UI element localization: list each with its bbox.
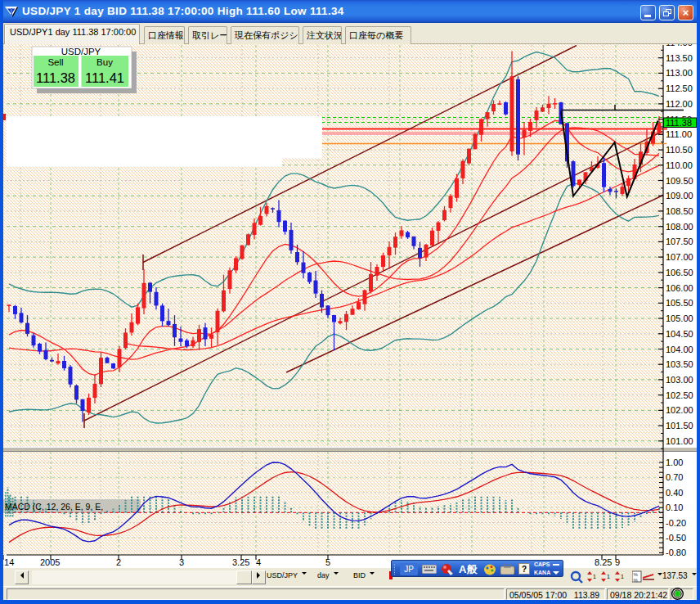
svg-text:111.38: 111.38 [666, 118, 692, 128]
svg-text:104.50: 104.50 [666, 329, 693, 339]
svg-text:5: 5 [325, 557, 330, 567]
svg-text:107.00: 107.00 [666, 252, 693, 262]
svg-text:Sell: Sell [47, 57, 63, 67]
svg-text:0.40: 0.40 [666, 488, 683, 498]
svg-text:9: 9 [615, 557, 620, 567]
svg-text:0.70: 0.70 [666, 472, 683, 482]
svg-text:111.38: 111.38 [36, 70, 75, 85]
svg-text:3: 3 [179, 557, 184, 567]
svg-text:106.00: 106.00 [666, 283, 693, 293]
svg-text:1: 1 [593, 574, 596, 579]
svg-text:1: 1 [621, 574, 624, 579]
svg-text:%: % [634, 572, 639, 577]
svg-text:102.00: 102.00 [666, 405, 693, 415]
svg-text:USD/JPY: USD/JPY [61, 47, 101, 56]
svg-text:106.50: 106.50 [666, 268, 693, 277]
svg-text:1.00: 1.00 [666, 458, 683, 467]
svg-text:-0.80: -0.80 [666, 548, 686, 557]
svg-text:2: 2 [116, 557, 121, 567]
svg-text:107.50: 107.50 [666, 237, 693, 246]
svg-text:113.50: 113.50 [666, 53, 693, 63]
svg-text:112.50: 112.50 [666, 83, 693, 93]
svg-text:101.00: 101.00 [666, 436, 693, 446]
svg-text:4: 4 [256, 557, 261, 567]
svg-text:111.41: 111.41 [85, 70, 124, 85]
svg-text:102.50: 102.50 [666, 390, 693, 400]
svg-text:111.00: 111.00 [666, 129, 692, 139]
svg-text:105.50: 105.50 [666, 298, 693, 308]
svg-text:8.25: 8.25 [595, 557, 612, 567]
svg-text:3.25: 3.25 [232, 557, 249, 567]
svg-text:%: % [634, 578, 639, 583]
svg-text:108.50: 108.50 [666, 206, 693, 216]
svg-text:112.00: 112.00 [666, 99, 693, 109]
svg-text:-0.50: -0.50 [666, 533, 686, 543]
svg-text:103.00: 103.00 [666, 375, 693, 385]
svg-text:110.50: 110.50 [666, 145, 693, 155]
svg-text:Buy: Buy [96, 57, 113, 67]
svg-text:110.00: 110.00 [666, 160, 693, 170]
svg-text:MACD (C, 12, 26, E, 9, E,: MACD (C, 12, 26, E, 9, E, [5, 502, 103, 512]
svg-text:0.10: 0.10 [666, 503, 683, 512]
svg-text:-0.20: -0.20 [666, 518, 686, 528]
svg-text:104.00: 104.00 [666, 345, 693, 354]
svg-text:109.50: 109.50 [666, 176, 693, 186]
svg-text:105.00: 105.00 [666, 313, 693, 323]
svg-text:113.00: 113.00 [666, 68, 693, 78]
svg-text:114.00: 114.00 [666, 44, 693, 47]
svg-text:101.50: 101.50 [666, 421, 693, 430]
svg-text:103.50: 103.50 [666, 359, 693, 369]
svg-text:108.00: 108.00 [666, 222, 693, 232]
svg-text:2005: 2005 [40, 557, 60, 567]
svg-text:.14: .14 [3, 557, 14, 567]
svg-text:1: 1 [607, 574, 610, 579]
svg-text:109.00: 109.00 [666, 191, 693, 201]
